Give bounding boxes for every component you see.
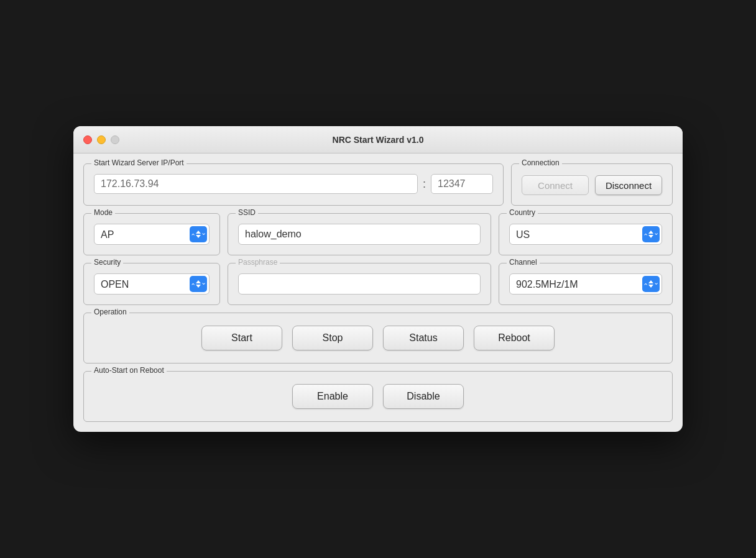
disable-button[interactable]: Disable (383, 384, 464, 409)
ip-input[interactable] (94, 174, 418, 194)
disconnect-button[interactable]: Disconnect (595, 175, 662, 195)
enable-button[interactable]: Enable (292, 384, 373, 409)
operation-panel: Operation Start Stop Status Reboot (83, 313, 673, 364)
maximize-button[interactable] (111, 135, 119, 144)
mode-group-label: Mode (91, 208, 115, 217)
connection-buttons: Connect Disconnect (522, 175, 662, 195)
content-area: Start Wizard Server IP/Port : Connection… (73, 153, 683, 432)
ssid-input[interactable] (238, 224, 481, 245)
operation-buttons: Start Stop Status Reboot (94, 326, 662, 350)
status-button[interactable]: Status (383, 326, 464, 350)
ssid-group-label: SSID (236, 208, 258, 217)
security-row: Security OPEN WPA2 WPA3 (83, 263, 673, 305)
window-title: NRC Start Wizard v1.0 (333, 135, 424, 145)
top-row: Start Wizard Server IP/Port : Connection… (83, 163, 673, 206)
close-button[interactable] (83, 135, 92, 144)
passphrase-input[interactable] (238, 273, 481, 295)
mode-select-wrapper: AP STA (94, 224, 210, 245)
connection-group-label: Connection (519, 158, 562, 167)
main-window: NRC Start Wizard v1.0 Start Wizard Serve… (73, 126, 683, 432)
reboot-button[interactable]: Reboot (474, 326, 555, 350)
start-button[interactable]: Start (201, 326, 282, 350)
security-select-wrapper: OPEN WPA2 WPA3 (94, 273, 210, 295)
connection-panel: Connection Connect Disconnect (511, 163, 673, 206)
country-select[interactable]: US CA GB AU JP (509, 224, 662, 245)
country-panel: Country US CA GB AU JP (499, 213, 673, 255)
mode-select[interactable]: AP STA (94, 224, 210, 245)
autostart-group-label: Auto-Start on Reboot (91, 366, 167, 375)
mid-row: Mode AP STA SSID (83, 213, 673, 255)
channel-panel: Channel 902.5MHz/1M 904.5MHz/1M 906.5MHz… (499, 263, 673, 305)
autostart-buttons: Enable Disable (94, 384, 662, 409)
ssid-panel: SSID (228, 213, 491, 255)
passphrase-group-label: Passphrase (236, 258, 280, 267)
port-input[interactable] (431, 174, 493, 194)
window-controls (83, 135, 119, 144)
connect-button[interactable]: Connect (522, 175, 589, 195)
passphrase-panel: Passphrase (228, 263, 491, 305)
ip-port-row: : (94, 174, 493, 194)
titlebar: NRC Start Wizard v1.0 (73, 126, 683, 153)
ip-port-separator: : (423, 178, 426, 191)
country-group-label: Country (507, 208, 538, 217)
channel-group-label: Channel (507, 258, 540, 267)
minimize-button[interactable] (97, 135, 106, 144)
operation-group-label: Operation (91, 308, 129, 316)
autostart-panel: Auto-Start on Reboot Enable Disable (83, 371, 673, 422)
country-select-wrapper: US CA GB AU JP (509, 224, 662, 245)
stop-button[interactable]: Stop (292, 326, 373, 350)
channel-select[interactable]: 902.5MHz/1M 904.5MHz/1M 906.5MHz/1M 908.… (509, 273, 662, 295)
channel-select-wrapper: 902.5MHz/1M 904.5MHz/1M 906.5MHz/1M 908.… (509, 273, 662, 295)
server-panel: Start Wizard Server IP/Port : (83, 163, 504, 206)
security-panel: Security OPEN WPA2 WPA3 (83, 263, 220, 305)
security-select[interactable]: OPEN WPA2 WPA3 (94, 273, 210, 295)
server-group-label: Start Wizard Server IP/Port (91, 158, 187, 167)
mode-panel: Mode AP STA (83, 213, 220, 255)
security-group-label: Security (91, 258, 123, 267)
